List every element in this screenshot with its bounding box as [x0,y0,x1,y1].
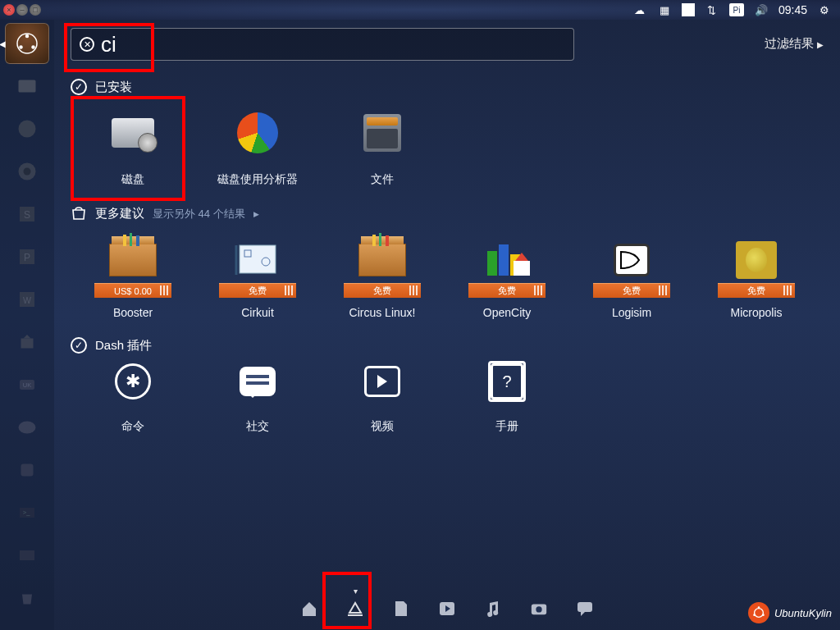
svg-point-7 [24,168,31,176]
video-icon [364,366,400,397]
lens-social[interactable] [576,600,594,618]
close-button[interactable]: × [3,4,15,16]
price-tag: 免费 [593,283,670,298]
price-tag: 免费 [344,283,421,298]
svg-rect-24 [136,235,139,246]
svg-rect-4 [19,80,36,93]
svg-point-40 [753,614,756,616]
svg-rect-25 [240,245,276,273]
filter-results-button[interactable]: 过滤结果▶ [765,36,824,52]
plugin-label: 命令 [121,419,144,434]
section-dash-plugins-header[interactable]: ✓ Dash 插件 [71,337,824,354]
svg-rect-14 [21,339,34,349]
dash: ✕ 过滤结果▶ ✓ 已安装 磁盘 磁盘使用分析器 文件 [54,20,840,630]
ubuntukylin-logo-icon [748,602,769,623]
launcher-item-12[interactable] [5,535,49,576]
app-label: Logisim [612,306,651,319]
app-cirkuit[interactable]: 免费 Cirkuit [195,231,320,319]
lens-photos[interactable] [530,600,548,618]
launcher-trash[interactable] [5,578,49,619]
plugin-label: 视频 [371,419,394,434]
launcher-disk[interactable] [5,407,49,448]
launcher-app-s[interactable]: S [5,194,49,235]
price-tag: 免费 [468,283,546,298]
section-dash-plugins: ✓ Dash 插件 ✱ 命令 社交 视频 ? 手册 [71,337,824,434]
ubuntukylin-brand: UbuntuKylin [748,602,832,623]
clear-search-icon[interactable]: ✕ [80,37,94,52]
svg-point-38 [758,606,760,609]
plugin-manual[interactable]: ? 手册 [445,362,569,434]
app-label: 文件 [371,172,394,187]
launcher-software-center[interactable] [5,322,49,363]
launcher-app-w[interactable]: W [5,279,49,320]
micropolis-icon [736,241,777,279]
app-logisim[interactable]: 免费 Logisim [569,231,694,319]
svg-rect-31 [386,235,389,246]
blank-indicator[interactable] [682,3,695,16]
launcher-app-p[interactable]: P [5,236,49,277]
minimize-button[interactable]: – [16,4,28,16]
app-files[interactable]: 文件 [320,103,445,187]
opencity-icon [484,244,530,276]
launcher-terminal[interactable]: >_ [5,492,49,533]
plugin-commands[interactable]: ✱ 命令 [71,362,195,434]
package-icon [358,244,406,276]
section-suggestions: 更多建议 显示另外 44 个结果 ▶ US$ 0.00 Booster 免费 C… [71,205,824,319]
launcher-chrome[interactable] [5,151,49,192]
svg-point-17 [19,422,36,434]
brand-label: UbuntuKylin [774,607,832,619]
search-input[interactable] [101,32,511,57]
calendar-indicator[interactable]: ▦ [657,2,672,17]
lens-files[interactable] [392,600,410,618]
launcher-firefox[interactable] [5,108,49,149]
app-disks[interactable]: 磁盘 [71,103,195,187]
launcher-item-10[interactable] [5,450,49,491]
lens-home[interactable] [300,600,318,618]
app-label: Booster [113,306,153,319]
section-suggestions-header[interactable]: 更多建议 显示另外 44 个结果 ▶ [71,205,824,222]
dash-button[interactable]: ◀ [5,23,49,64]
launcher: ◀ S P W UK >_ [0,20,54,630]
section-dash-plugins-title: Dash 插件 [95,338,152,354]
section-installed-title: 已安装 [95,80,132,95]
weather-indicator[interactable]: ☁ [632,2,647,17]
app-micropolis[interactable]: 免费 Micropolis [694,231,819,319]
app-circus[interactable]: 免费 Circus Linux! [320,231,445,319]
check-icon: ✓ [71,337,87,354]
clock[interactable]: 09:45 [778,2,807,17]
svg-rect-36 [578,602,592,612]
app-disk-usage[interactable]: 磁盘使用分析器 [195,103,320,187]
maximize-button[interactable]: □ [30,4,41,16]
svg-point-2 [31,45,35,49]
manual-icon: ? [491,363,523,399]
lens-bar [54,587,840,630]
section-installed-header[interactable]: ✓ 已安装 [71,79,824,95]
volume-indicator[interactable]: 🔊 [754,2,769,17]
plugin-label: 社交 [246,419,269,434]
price-tag: 免费 [219,283,296,298]
app-label: 磁盘使用分析器 [217,172,298,187]
svg-rect-21 [20,550,34,560]
lens-applications[interactable] [346,600,364,618]
search-bar[interactable]: ✕ [71,28,574,61]
cirkuit-icon [235,242,281,278]
app-opencity[interactable]: 免费 OpenCity [445,231,569,319]
more-results-label[interactable]: 显示另外 44 个结果 [153,207,245,221]
plugin-social[interactable]: 社交 [195,362,320,434]
lens-music[interactable] [484,600,502,618]
app-booster[interactable]: US$ 0.00 Booster [71,231,195,319]
launcher-files[interactable] [5,66,49,107]
chevron-right-icon: ▶ [817,40,824,49]
plugin-video[interactable]: 视频 [320,362,445,434]
app-label: Circus Linux! [349,306,416,319]
svg-point-35 [536,606,541,612]
launcher-uk[interactable]: UK [5,364,49,405]
svg-point-5 [19,121,36,138]
lens-video[interactable] [438,600,456,618]
system-settings-indicator[interactable]: ⚙ [817,2,832,17]
network-indicator[interactable]: ⇅ [705,2,719,17]
input-method-indicator[interactable]: Pi [729,3,744,16]
svg-rect-22 [123,235,126,246]
svg-text:P: P [24,252,30,263]
disks-icon [112,118,154,148]
